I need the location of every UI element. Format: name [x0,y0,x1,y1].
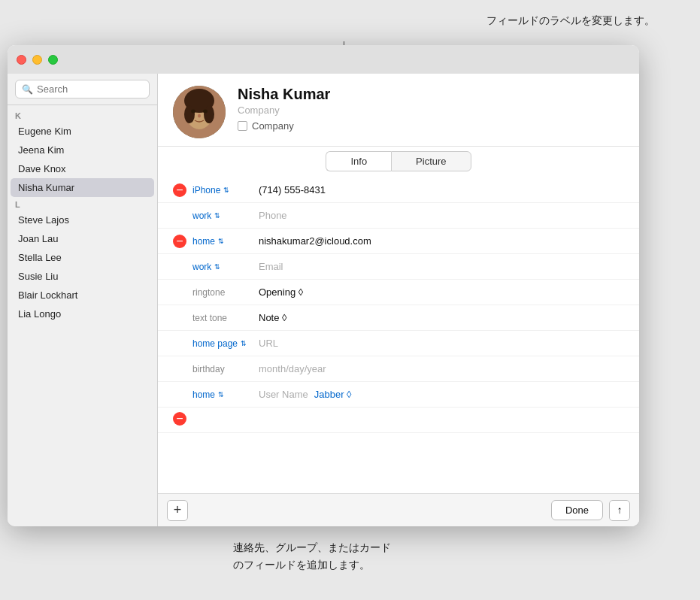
field-row-birthday: birthday month/day/year [158,356,639,382]
field-label-email-work[interactable]: work ⇅ [192,262,253,272]
contact-item[interactable]: Blair Lockhart [11,286,154,305]
contact-company-placeholder: Company [238,105,624,116]
field-label-jabber-home[interactable]: home ⇅ [192,389,253,400]
jabber-service[interactable]: Jabber ◊ [314,389,352,400]
field-value-birthday: month/day/year [259,363,624,374]
tab-info[interactable]: Info [326,151,391,171]
done-button[interactable]: Done [551,500,603,520]
field-row-extra: − [158,408,639,433]
field-value-email-work: Email [259,261,624,272]
share-button[interactable]: ↑ [609,500,630,521]
contact-item[interactable]: Dave Knox [11,159,154,178]
field-row-texttone: text tone Note ◊ [158,305,639,331]
search-input-wrapper: 🔍 [15,80,150,98]
annotation-top: フィールドのラベルを変更します。 [486,14,655,29]
field-label-phone-work[interactable]: work ⇅ [192,211,253,221]
titlebar [8,45,639,74]
search-bar: 🔍 [8,74,157,105]
contact-item[interactable]: Eugene Kim [11,122,154,141]
section-header-k: K [8,108,157,122]
svg-point-3 [184,105,195,123]
add-field-button[interactable]: + [167,500,188,521]
svg-point-4 [204,105,214,123]
field-row-homepage: home page ⇅ URL [158,331,639,356]
window-content: 🔍 K Eugene Kim Jeena Kim Dave Knox Nisha… [8,74,639,526]
field-label-email-home[interactable]: home ⇅ [192,236,253,247]
share-icon: ↑ [617,505,623,516]
search-icon: 🔍 [22,84,33,95]
field-row-email-home: − home ⇅ nishakumar2@icloud.com [158,229,639,254]
section-header-l: L [8,197,157,211]
field-row-jabber: home ⇅ User Name Jabber ◊ [158,382,639,408]
field-value-texttone: Note ◊ [259,312,624,323]
minimize-button[interactable] [32,55,42,65]
remove-button[interactable]: − [173,235,186,248]
svg-point-5 [191,110,195,114]
jabber-username-placeholder: User Name [259,389,308,400]
field-row-email-work: work ⇅ Email [158,254,639,280]
contact-item[interactable]: Jeena Kim [11,141,154,159]
fullscreen-button[interactable] [48,55,58,65]
main-panel: Nisha Kumar Company Company Info Picture [158,74,639,526]
field-row-iphone: − iPhone ⇅ (714) 555-8431 [158,177,639,203]
contact-item[interactable]: Lia Longo [11,305,154,323]
sidebar: 🔍 K Eugene Kim Jeena Kim Dave Knox Nisha… [8,74,158,526]
svg-point-6 [203,110,208,114]
company-checkbox[interactable] [238,121,247,131]
app-window: 🔍 K Eugene Kim Jeena Kim Dave Knox Nisha… [8,45,639,526]
contact-item[interactable]: Stella Lee [11,248,154,267]
field-value-homepage: URL [259,338,624,349]
remove-button[interactable]: − [173,183,186,197]
company-checkbox-row: Company [238,120,624,132]
field-label-iphone[interactable]: iPhone ⇅ [192,185,253,195]
tabs-row: Info Picture [158,147,639,171]
field-label-birthday: birthday [192,364,253,374]
close-button[interactable] [17,55,26,65]
field-value-ringtone: Opening ◊ [259,286,624,298]
annotation-bottom: 連絡先、グループ、またはカード のフィールドを追加します。 [233,539,391,573]
field-value-phone-work: Phone [259,210,624,221]
svg-point-7 [198,114,201,118]
field-value-jabber-group: User Name Jabber ◊ [259,389,624,400]
contact-item[interactable]: Joan Lau [11,229,154,248]
contact-list: K Eugene Kim Jeena Kim Dave Knox Nisha K… [8,105,157,526]
contact-info-header: Nisha Kumar Company Company [238,86,624,132]
contact-item-selected[interactable]: Nisha Kumar [11,178,154,197]
avatar-face [173,86,226,138]
field-value-iphone: (714) 555-8431 [259,184,624,195]
search-input[interactable] [37,83,143,95]
contact-item[interactable]: Susie Liu [11,267,154,286]
tab-picture[interactable]: Picture [391,151,471,171]
avatar [173,86,226,138]
contact-item[interactable]: Steve Lajos [11,211,154,229]
fields-area: − iPhone ⇅ (714) 555-8431 work ⇅ Phone [158,171,639,493]
field-value-email-home: nishakumar2@icloud.com [259,235,624,247]
contact-name: Nisha Kumar [238,86,624,103]
field-row-ringtone: ringtone Opening ◊ [158,280,639,305]
contact-header: Nisha Kumar Company Company [158,74,639,147]
field-label-homepage[interactable]: home page ⇅ [192,338,253,349]
field-row-phone-work: work ⇅ Phone [158,203,639,229]
field-label-texttone: text tone [192,313,253,323]
bottom-bar: + Done ↑ [158,493,639,526]
company-label: Company [252,120,294,132]
remove-button-extra[interactable]: − [173,412,186,426]
field-label-ringtone: ringtone [192,287,253,298]
